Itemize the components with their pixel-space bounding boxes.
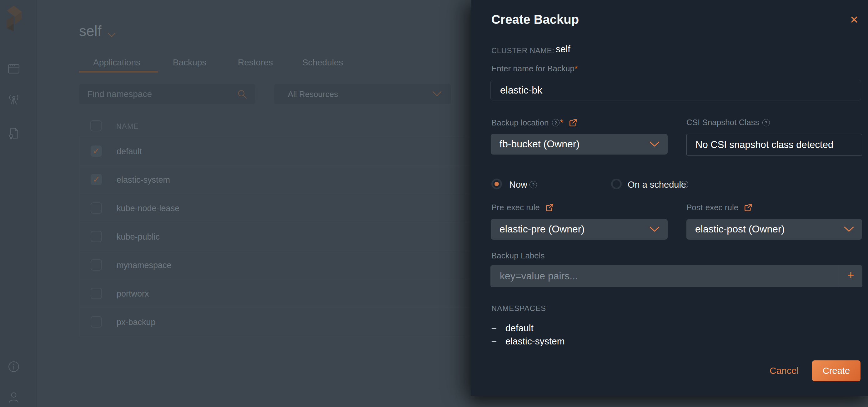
tab-applications[interactable]: Applications xyxy=(93,58,141,67)
namespace-name: default xyxy=(117,147,142,156)
post-exec-rule-value: elastic-post (Owner) xyxy=(695,223,784,235)
backup-name-label: Enter name for Backup* xyxy=(491,64,578,74)
help-icon[interactable]: ? xyxy=(552,119,559,126)
namespace-name: mynamespace xyxy=(117,261,172,270)
cluster-name-label: CLUSTER NAME: xyxy=(491,46,554,55)
backup-labels-label: Backup Labels xyxy=(491,251,545,261)
csi-snapshot-class-label: CSI Snapshot Class ? xyxy=(686,118,770,127)
backup-name-value: elastic-bk xyxy=(500,84,542,96)
post-exec-rule-label: Post-exec rule xyxy=(686,203,752,212)
modal-title: Create Backup xyxy=(491,12,579,27)
pre-exec-rule-value: elastic-pre (Owner) xyxy=(499,223,585,235)
csi-snapshot-class-field[interactable]: No CSI snapshot class detected xyxy=(686,134,862,156)
broadcast-antenna-icon[interactable] xyxy=(7,93,20,106)
search-icon xyxy=(237,89,247,99)
active-tab-underline xyxy=(79,71,158,72)
table-row[interactable]: mynamespace xyxy=(80,251,471,279)
required-asterisk: * xyxy=(575,64,578,73)
tab-schedules[interactable]: Schedules xyxy=(302,58,343,67)
cluster-name-value: self xyxy=(556,44,570,54)
cancel-button[interactable]: Cancel xyxy=(770,366,799,376)
table-row[interactable]: px-backup xyxy=(80,308,471,336)
help-icon[interactable]: ? xyxy=(762,119,770,126)
namespace-name: px-backup xyxy=(117,318,156,327)
create-backup-modal: Create Backup ✕ CLUSTER NAME: self Enter… xyxy=(471,0,868,396)
resources-dropdown[interactable]: All Resources xyxy=(274,84,451,104)
portworx-logo-icon[interactable] xyxy=(7,4,23,32)
csi-snapshot-class-value: No CSI snapshot class detected xyxy=(695,139,833,150)
row-checkbox[interactable] xyxy=(91,202,102,214)
pre-exec-rule-label: Pre-exec rule xyxy=(491,203,554,212)
dash-icon: – xyxy=(491,323,497,333)
table-row[interactable]: portworx xyxy=(80,279,471,308)
backup-location-dropdown[interactable]: fb-bucket (Owner) xyxy=(491,134,668,154)
create-button[interactable]: Create xyxy=(812,360,861,381)
row-checkbox[interactable] xyxy=(91,316,102,327)
post-exec-rule-dropdown[interactable]: elastic-post (Owner) xyxy=(686,219,862,240)
row-checkbox[interactable]: ✓ xyxy=(91,174,102,185)
external-link-icon[interactable] xyxy=(744,203,752,212)
external-link-icon[interactable] xyxy=(546,203,554,212)
namespace-search-input[interactable]: Find namespace xyxy=(79,84,255,104)
row-checkbox[interactable]: ✓ xyxy=(91,145,102,157)
backup-labels-input[interactable]: key=value pairs... + xyxy=(490,265,862,287)
table-row[interactable]: kube-public xyxy=(80,223,471,251)
namespace-name: elastic-system xyxy=(117,175,170,185)
namespace-table: ✓ default ✓ elastic-system kube-node-lea… xyxy=(79,137,471,336)
table-row[interactable]: ✓ default xyxy=(80,137,471,166)
sidebar xyxy=(0,0,37,407)
namespace-name: kube-node-lease xyxy=(117,204,179,213)
backup-location-value: fb-bucket (Owner) xyxy=(499,138,580,150)
radio-now-label: Now xyxy=(509,180,527,190)
select-all-checkbox[interactable] xyxy=(90,120,101,132)
chevron-down-icon xyxy=(650,227,659,232)
close-icon[interactable]: ✕ xyxy=(850,14,859,25)
radio-now[interactable] xyxy=(491,179,502,189)
resources-dropdown-value: All Resources xyxy=(288,89,338,99)
chevron-down-icon xyxy=(650,141,659,147)
backups-window-icon[interactable] xyxy=(7,62,20,75)
namespace-search-placeholder: Find namespace xyxy=(87,89,152,99)
input-divider xyxy=(839,265,839,287)
table-row[interactable]: kube-node-lease xyxy=(80,194,471,223)
cluster-title-chevron-icon[interactable] xyxy=(107,32,116,37)
row-checkbox[interactable] xyxy=(91,231,102,242)
backup-labels-placeholder: key=value pairs... xyxy=(500,270,578,282)
add-label-button[interactable]: + xyxy=(847,269,854,281)
namespace-name: kube-public xyxy=(117,232,160,242)
tab-backups[interactable]: Backups xyxy=(173,58,206,67)
license-document-icon[interactable] xyxy=(7,127,20,140)
backup-location-label: Backup location ?* xyxy=(491,118,577,128)
chevron-down-icon xyxy=(432,91,442,97)
table-row[interactable]: ✓ elastic-system xyxy=(80,166,471,194)
px-backup-app: self Applications Backups Restores Sched… xyxy=(0,0,868,407)
dash-icon: – xyxy=(491,336,497,346)
info-icon[interactable] xyxy=(7,360,20,373)
namespace-list-item: –elastic-system xyxy=(491,336,565,347)
pre-exec-rule-dropdown[interactable]: elastic-pre (Owner) xyxy=(491,219,668,240)
namespace-name: portworx xyxy=(117,289,149,299)
namespaces-label: NAMESPACES xyxy=(491,304,546,313)
chevron-down-icon xyxy=(844,227,854,232)
tab-restores[interactable]: Restores xyxy=(238,58,273,67)
help-icon[interactable]: ? xyxy=(681,181,688,188)
row-checkbox[interactable] xyxy=(91,259,102,271)
external-link-icon[interactable] xyxy=(569,119,577,127)
backup-name-input[interactable]: elastic-bk xyxy=(490,80,861,100)
user-icon[interactable] xyxy=(7,391,20,404)
cluster-title: self xyxy=(79,23,101,39)
row-checkbox[interactable] xyxy=(91,288,102,299)
help-icon[interactable]: ? xyxy=(529,181,537,188)
radio-on-schedule-label: On a schedule xyxy=(628,180,686,190)
table-header-name: NAME xyxy=(116,122,139,131)
namespace-list-item: –default xyxy=(491,323,533,333)
radio-on-schedule[interactable] xyxy=(611,179,622,189)
